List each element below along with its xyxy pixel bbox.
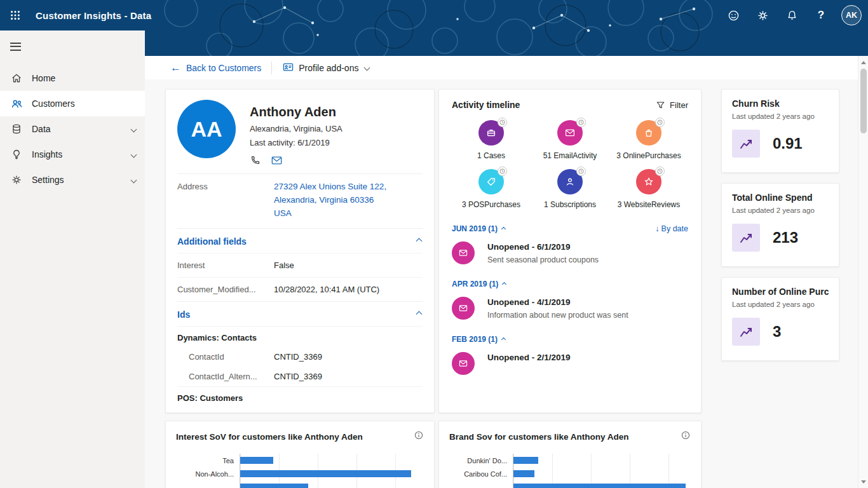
field-row: Interest False — [177, 253, 423, 277]
id-row: ContactId_Altern... CNTID_3369 — [177, 367, 423, 386]
app-screen: Customer Insights - Data — [0, 0, 868, 488]
vertical-scrollbar[interactable] — [858, 56, 868, 488]
app-launcher-waffle-icon[interactable] — [0, 0, 31, 30]
lightbulb-icon — [10, 149, 23, 160]
clock-badge-icon — [655, 118, 665, 127]
breadcrumb-divider — [271, 62, 272, 74]
timeline-entry[interactable]: Unopened - 2/1/2019 — [452, 352, 688, 375]
notifications-bell-icon[interactable] — [779, 3, 804, 28]
arrow-down-icon: ↓ — [655, 224, 659, 233]
summary-pos-purchases[interactable]: 3 POSPurchases — [452, 169, 531, 209]
entry-subtitle: Sent seasonal product coupons — [487, 255, 599, 264]
back-link-label: Back to Customers — [186, 63, 261, 73]
sidebar-item-insights[interactable]: Insights — [0, 142, 145, 167]
clock-badge-icon — [576, 166, 586, 176]
sort-by-date-button[interactable]: ↓ By date — [655, 224, 688, 233]
customer-avatar: AA — [177, 100, 236, 158]
address-line-link[interactable]: Alexandria, Virginia 60336 — [274, 194, 423, 207]
field-label: Customer_Modified... — [177, 285, 274, 294]
gear-icon — [10, 174, 23, 186]
sidebar-item-customers[interactable]: Customers — [0, 91, 145, 116]
chevron-up-icon — [501, 226, 506, 231]
kpi-value: 0.91 — [773, 135, 803, 152]
entry-title: Unopened - 2/1/2019 — [487, 352, 571, 362]
clock-badge-icon — [576, 118, 586, 127]
info-icon[interactable] — [414, 430, 424, 443]
line-chart-icon — [732, 130, 760, 158]
id-value: CNTID_3369 — [274, 352, 423, 362]
address-line-link[interactable]: USA — [274, 207, 423, 220]
kpi-title: Total Online Spend — [732, 193, 829, 203]
ids-section-toggle[interactable]: Ids — [177, 301, 423, 326]
entry-title: Unopened - 4/1/2019 — [487, 297, 628, 307]
summary-online-purchases[interactable]: 3 OnlinePurchases — [609, 120, 688, 160]
summary-label: 3 WebsiteReviews — [618, 200, 680, 209]
chart-title: Interest SoV for customers like Anthony … — [176, 432, 363, 442]
settings-gear-icon[interactable] — [750, 3, 775, 28]
back-arrow-icon: ← — [170, 62, 181, 73]
summary-label: 3 OnlinePurchases — [616, 151, 681, 160]
phone-icon[interactable] — [250, 155, 261, 166]
sidebar-item-settings[interactable]: Settings — [0, 167, 145, 193]
scrollbar-thumb[interactable] — [860, 69, 867, 133]
id-row: LoyaltyId LOYID_3369 — [177, 407, 423, 413]
id-label: ContactId — [177, 352, 274, 362]
chevron-up-icon — [416, 238, 423, 245]
app-title: Customer Insights - Data — [36, 10, 151, 21]
timeline-group-header-apr[interactable]: APR 2019 (1) — [452, 280, 688, 288]
timeline-entry[interactable]: Unopened - 4/1/2019 Information about ne… — [452, 297, 688, 320]
timeline-group-header-feb[interactable]: FEB 2019 (1) — [452, 335, 688, 344]
nav-collapse-hamburger-icon[interactable] — [0, 30, 33, 59]
kpi-card-number-online-purchases: Number of Online Purch... Last updated 2… — [721, 277, 839, 361]
scrollbar-up-arrow[interactable] — [858, 57, 868, 67]
summary-email-activity[interactable]: 51 EmailActivity — [531, 120, 609, 160]
filter-button[interactable]: Filter — [656, 100, 688, 110]
id-group-name: POS: Customers — [177, 386, 423, 407]
kpi-card-churn-risk: Churn Risk Last updated 2 years ago 0.91 — [721, 89, 839, 173]
address-label: Address — [177, 180, 274, 220]
line-chart-icon — [732, 318, 760, 346]
entry-subtitle: Information about new product was sent — [487, 311, 628, 320]
bar-chart: Tea Non-Alcoh... — [176, 454, 424, 488]
profile-header: AA Anthony Aden Alexandria, Virginia, US… — [177, 100, 423, 166]
email-icon[interactable] — [271, 155, 283, 166]
summary-subscriptions[interactable]: 1 Subscriptions — [531, 169, 609, 209]
profile-addons-button[interactable]: Profile add-ons — [282, 61, 369, 75]
envelope-icon — [458, 248, 468, 257]
envelope-icon — [564, 128, 576, 138]
chevron-up-icon — [502, 281, 506, 286]
chevron-down-icon — [131, 151, 137, 158]
contact-card-icon — [282, 61, 294, 75]
price-tag-icon — [485, 176, 497, 187]
additional-fields-section-toggle[interactable]: Additional fields — [177, 228, 423, 253]
envelope-icon — [458, 359, 468, 368]
chevron-up-icon — [501, 337, 506, 341]
help-icon[interactable]: ? — [808, 3, 834, 28]
scrollbar-down-arrow[interactable] — [858, 477, 868, 487]
shopping-bag-icon — [643, 127, 654, 139]
timeline-entry[interactable]: Unopened - 6/1/2019 Sent seasonal produc… — [452, 241, 688, 264]
sidebar-item-home[interactable]: Home — [0, 65, 145, 91]
kpi-value: 3 — [773, 323, 781, 341]
timeline-group-header-jun[interactable]: JUN 2019 (1) ↓ By date — [452, 224, 688, 233]
summary-label: 1 Subscriptions — [544, 200, 596, 209]
info-icon[interactable] — [681, 430, 691, 443]
feedback-smiley-icon[interactable] — [721, 3, 746, 28]
summary-label: 3 POSPurchases — [462, 200, 520, 209]
bar — [240, 484, 308, 488]
account-avatar[interactable]: AK — [841, 5, 862, 25]
clock-badge-icon — [498, 118, 507, 127]
entry-title: Unopened - 6/1/2019 — [487, 241, 599, 252]
summary-website-reviews[interactable]: 3 WebsiteReviews — [609, 169, 688, 209]
bar-row: Tea — [176, 454, 424, 467]
field-row: Customer_Modified... 10/28/2022, 10:41 A… — [177, 277, 423, 301]
sidebar-item-data[interactable]: Data — [0, 116, 145, 142]
ids-title: Ids — [177, 309, 190, 320]
id-group-name: Dynamics: Contacts — [177, 326, 423, 347]
topbar-actions: ? AK — [721, 3, 868, 28]
back-to-customers-link[interactable]: ← Back to Customers — [170, 62, 261, 73]
address-line-link[interactable]: 27329 Alex Unions Suite 122, — [274, 180, 423, 194]
activity-summary: 1 Cases 51 EmailActivity — [452, 120, 688, 209]
bar-row — [176, 480, 424, 488]
summary-cases[interactable]: 1 Cases — [452, 120, 531, 160]
